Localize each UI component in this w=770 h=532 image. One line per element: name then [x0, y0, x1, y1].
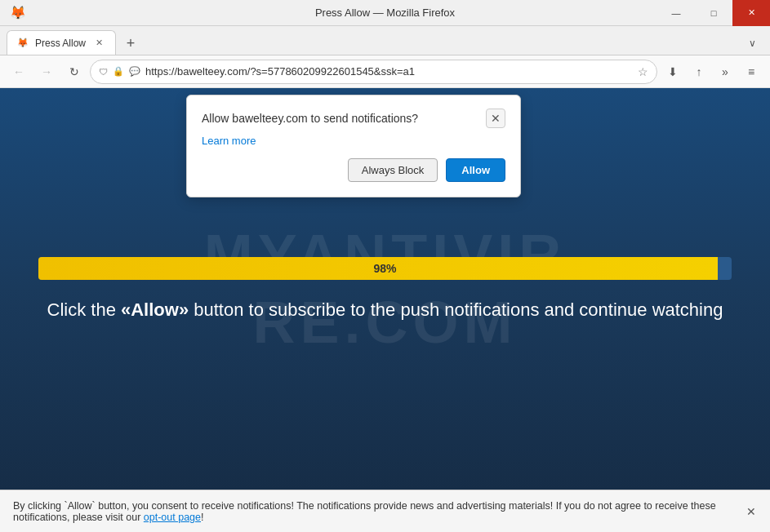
reload-button[interactable]: ↻ — [62, 60, 87, 84]
title-bar: 🦊 Press Allow — Mozilla Firefox — □ ✕ — [0, 0, 770, 26]
notification-popup: Allow bawelteey.com to send notification… — [186, 95, 521, 197]
learn-more-link[interactable]: Learn more — [202, 135, 505, 147]
back-button[interactable]: ← — [7, 60, 31, 84]
extensions-button[interactable]: » — [713, 60, 737, 84]
progress-section: 98% — [38, 257, 732, 280]
progress-label: 98% — [38, 262, 732, 275]
firefox-logo: 🦊 — [10, 5, 26, 21]
popup-buttons: Always Block Allow — [202, 158, 505, 182]
tab-favicon: 🦊 — [17, 38, 29, 48]
close-button[interactable]: ✕ — [732, 0, 770, 26]
toolbar: ← → ↻ 🛡 🔒 💬 https://bawelteey.com/?s=577… — [0, 55, 770, 88]
window-title: Press Allow — Mozilla Firefox — [315, 7, 455, 19]
minimize-button[interactable]: — — [657, 0, 695, 26]
share-button[interactable]: ↑ — [687, 60, 711, 84]
new-tab-button[interactable]: + — [119, 32, 142, 55]
popup-title: Allow bawelteey.com to send notification… — [202, 112, 486, 125]
active-tab[interactable]: 🦊 Press Allow ✕ — [7, 30, 116, 55]
instruction-text: Click the «Allow» button to subscribe to… — [47, 299, 723, 321]
shield-icon: 🛡 — [99, 67, 108, 77]
tab-list-button[interactable]: ∨ — [741, 32, 763, 55]
allow-button[interactable]: Allow — [446, 158, 505, 182]
toolbar-icons: ⬇ ↑ » ≡ — [661, 60, 763, 84]
popup-header: Allow bawelteey.com to send notification… — [202, 109, 505, 128]
always-block-button[interactable]: Always Block — [348, 158, 438, 182]
address-bar[interactable]: 🛡 🔒 💬 https://bawelteey.com/?s=577860209… — [90, 60, 657, 84]
window-controls: — □ ✕ — [657, 0, 770, 25]
tab-close-button[interactable]: ✕ — [92, 37, 105, 50]
progress-bar-container: 98% — [38, 257, 732, 280]
forward-button[interactable]: → — [34, 60, 59, 84]
pocket-button[interactable]: ⬇ — [661, 60, 685, 84]
lock-icon: 🔒 — [113, 66, 124, 77]
bookmark-icon[interactable]: ☆ — [638, 65, 648, 78]
popup-close-button[interactable]: ✕ — [486, 109, 505, 128]
bottom-bar-close-button[interactable]: ✕ — [742, 503, 760, 521]
menu-button[interactable]: ≡ — [739, 60, 763, 84]
bottom-bar-text-end: ! — [201, 512, 203, 523]
page-content: MYANTIVIR RE.COM 98% Click the «Allow» b… — [0, 88, 770, 490]
bottom-bar-text-before: By clicking `Allow` button, you consent … — [13, 500, 716, 523]
tab-bar: 🦊 Press Allow ✕ + ∨ — [0, 26, 770, 55]
url-text: https://bawelteey.com/?s=577860209922601… — [145, 65, 633, 78]
bottom-bar: By clicking `Allow` button, you consent … — [0, 490, 770, 532]
bottom-bar-text: By clicking `Allow` button, you consent … — [13, 500, 737, 523]
notification-permission-icon: 💬 — [129, 66, 140, 77]
tab-title: Press Allow — [35, 38, 86, 49]
maximize-button[interactable]: □ — [695, 0, 732, 26]
opt-out-link[interactable]: opt-out page — [144, 512, 201, 523]
